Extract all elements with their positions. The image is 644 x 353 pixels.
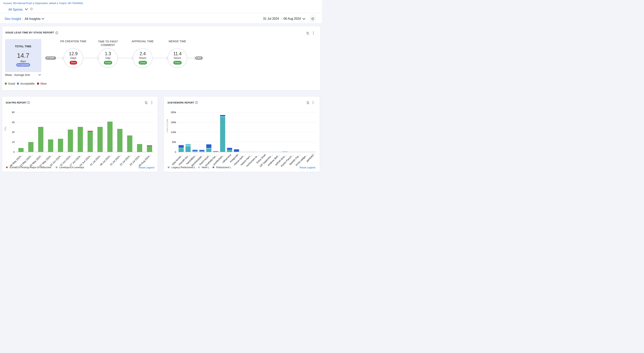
svg-text:60: 60: [12, 111, 14, 114]
svg-text:Esha610/Testing-Repo-Of-Bitbuc: Esha610/Testing-Repo-Of-Bitbucket: [10, 166, 51, 169]
svg-text:Levelops/Ui-Levelops: Levelops/Ui-Levelops: [59, 166, 84, 169]
svg-text:Refactored L: Refactored L: [216, 166, 231, 169]
svg-text:65k: 65k: [172, 140, 176, 144]
svg-text:45: 45: [12, 121, 14, 124]
svg-text:0: 0: [175, 150, 176, 154]
svg-text:Lines of Code: Lines of Code: [166, 119, 168, 133]
svg-text:Reset Legend: Reset Legend: [300, 166, 315, 169]
svg-text:15: 15: [12, 140, 14, 144]
svg-text:30: 30: [12, 131, 14, 134]
svg-text:Legacy Refactored L: Legacy Refactored L: [172, 166, 196, 169]
svg-text:195k: 195k: [171, 121, 176, 124]
svg-text:260k: 260k: [171, 111, 176, 114]
svg-text:New L: New L: [202, 166, 209, 169]
svg-text:130k: 130k: [171, 131, 176, 134]
svg-text:PRs: PRs: [4, 126, 6, 131]
svg-text:Reset Legend: Reset Legend: [138, 166, 154, 169]
svg-text:0: 0: [13, 150, 14, 154]
